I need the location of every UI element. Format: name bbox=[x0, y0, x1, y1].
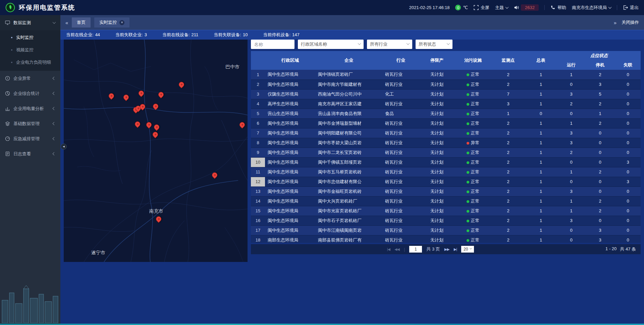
cell-industry: 化工 bbox=[382, 89, 419, 99]
map-pin[interactable] bbox=[145, 121, 153, 129]
sidebar-group-base-data[interactable]: 基础数据管理 bbox=[0, 116, 60, 131]
panel-collapse-button[interactable]: ◀ bbox=[61, 144, 67, 150]
table-row[interactable]: 9 阆中生态环境局 阆中市二龙长宝页岩砖 砖瓦行业 无计划 正常 2 bbox=[251, 148, 641, 157]
map-pin[interactable] bbox=[122, 93, 130, 101]
cell-points: 2 bbox=[491, 196, 525, 206]
sidebar-group-data-monitor[interactable]: 数据监测 bbox=[0, 15, 60, 30]
alarm-indicator[interactable]: 2632 bbox=[514, 4, 539, 11]
table-row[interactable]: 2 阆中生态环境局 阆中市南方节能建材有 砖瓦行业 无计划 正常 2 bbox=[251, 79, 641, 89]
cell-run: 0 bbox=[557, 79, 586, 89]
cell-stop: 0 bbox=[586, 128, 614, 138]
tabs-expand-icon[interactable]: » bbox=[614, 20, 616, 25]
table-row[interactable]: 18 南部生态环境局 南部县双佛页岩砖厂有 砖瓦行业 无计划 正常 2 bbox=[251, 235, 641, 243]
table-row[interactable]: 17 阆中生态环境局 阆中市江南镇阆南页岩 砖瓦行业 无计划 正常 2 bbox=[251, 225, 641, 235]
next-page-icon[interactable]: ▶▶ bbox=[444, 247, 449, 252]
tabs-collapse-icon[interactable]: « bbox=[65, 20, 68, 25]
divider bbox=[544, 5, 545, 10]
cell-region: 阆中生态环境局 bbox=[265, 225, 315, 235]
map-pin[interactable] bbox=[152, 103, 160, 110]
table-row[interactable]: 6 阆中生态环境局 阆中市金博瑞新型墙材 砖瓦行业 无计划 正常 2 bbox=[251, 118, 641, 128]
map-pin[interactable] bbox=[211, 171, 219, 179]
map-pin[interactable] bbox=[177, 81, 185, 89]
table-row[interactable]: 5 营山生态环境局 营山县润丰肉食品有限 食品 无计划 正常 1 0 bbox=[251, 109, 641, 118]
table-row[interactable]: 12 阆中生态环境局 阆中市忠信建材有限公 砖瓦行业 无计划 正常 2 bbox=[251, 177, 641, 186]
sidebar-group-enterprise-stats[interactable]: 企业综合统计 bbox=[0, 86, 60, 101]
org-dropdown[interactable]: 南充市生态环境局 bbox=[572, 5, 611, 11]
industry-filter-select[interactable]: 所有行业 bbox=[367, 40, 412, 49]
table-row[interactable]: 16 阆中生态环境局 阆中市石子页岩机砖厂 砖瓦行业 无计划 正常 2 bbox=[251, 216, 641, 225]
cell-limit: 无计划 bbox=[419, 79, 454, 89]
status-dot bbox=[467, 161, 469, 164]
help-button[interactable]: 帮助 bbox=[550, 5, 566, 11]
map-pin[interactable] bbox=[108, 92, 115, 100]
cell-points: 2 bbox=[491, 225, 525, 235]
table-row[interactable]: 10 阆中生态环境局 阆中千佛镇五郎垭页岩 砖瓦行业 无计划 正常 2 bbox=[251, 157, 641, 167]
cell-total: 1 bbox=[525, 216, 557, 225]
tab-home[interactable]: 首页 bbox=[72, 17, 91, 28]
tab-realtime-monitor[interactable]: 实时监控 ✕ bbox=[94, 17, 129, 28]
cell-region: 仪陇生态环境局 bbox=[265, 89, 315, 99]
table-row[interactable]: 14 阆中生态环境局 阆中大兴页岩机砖厂 砖瓦行业 无计划 正常 2 bbox=[251, 196, 641, 206]
tab-close-icon[interactable]: ✕ bbox=[119, 20, 124, 25]
table-row[interactable]: 1 阆中生态环境局 阆中强锐页岩砖厂 砖瓦行业 无计划 正常 2 1 bbox=[251, 70, 641, 79]
cell-run: 0 bbox=[557, 235, 586, 243]
status-filter-select[interactable]: 所有状态 bbox=[416, 40, 452, 49]
sidebar-group-log-view[interactable]: 日志查看 bbox=[0, 146, 60, 161]
cell-lost: 0 bbox=[614, 206, 641, 216]
status-text: 正常 bbox=[471, 169, 480, 174]
prev-page-icon[interactable]: ◀◀ bbox=[394, 247, 399, 252]
table-row[interactable]: 15 阆中生态环境局 阆中市光富页岩机砖厂 砖瓦行业 无计划 正常 2 bbox=[251, 206, 641, 216]
cell-lost: 0 bbox=[614, 186, 641, 196]
sidebar-group-label: 企业综合统计 bbox=[13, 91, 40, 97]
temperature-unit: ℃ bbox=[463, 5, 468, 10]
map-pin[interactable] bbox=[133, 120, 141, 128]
name-filter-input[interactable] bbox=[251, 40, 294, 49]
sidebar-item-realtime-monitor[interactable]: 实时监控 bbox=[0, 31, 60, 44]
table-row[interactable]: 4 高坪生态环境局 南充市高坪区王家店建 砖瓦行业 无计划 正常 3 bbox=[251, 99, 641, 109]
cell-region: 阆中生态环境局 bbox=[265, 196, 315, 206]
map-pin[interactable] bbox=[152, 131, 159, 139]
map-panel[interactable]: 巴中市 南充市 遂宁市 bbox=[64, 40, 248, 262]
first-page-icon[interactable]: |◀ bbox=[387, 247, 390, 252]
sidebar-item-video-monitor[interactable]: 视频监控 bbox=[0, 44, 60, 56]
map-pin[interactable] bbox=[157, 91, 165, 98]
table-row[interactable]: 11 阆中生态环境局 阆中市五马桥页岩机砖 砖瓦行业 无计划 正常 2 bbox=[251, 167, 641, 177]
cell-stop: 0 bbox=[586, 177, 614, 186]
close-operations-button[interactable]: 关闭操作 bbox=[622, 19, 639, 25]
sidebar-item-power-load-detail[interactable]: 企业电力负荷明细 bbox=[0, 56, 60, 68]
cell-company: 阆中明阳建材有限公司 bbox=[315, 128, 382, 138]
sidebar-group-enterprise-abnormal[interactable]: 企业异常 bbox=[0, 71, 60, 86]
table-row[interactable]: 7 阆中生态环境局 阆中明阳建材有限公司 砖瓦行业 无计划 正常 2 bbox=[251, 128, 641, 138]
cell-limit: 无计划 bbox=[419, 186, 454, 196]
table-row[interactable]: 8 阆中生态环境局 阆中市枣碧大梁山页岩 砖瓦行业 无计划 异常 2 bbox=[251, 138, 641, 148]
map-pin[interactable] bbox=[155, 215, 162, 223]
status-dot bbox=[467, 93, 469, 96]
col-point-status-group: 点位状态 bbox=[557, 51, 641, 60]
page-number-input[interactable] bbox=[409, 246, 422, 253]
region-filter-select[interactable]: 行政区域名称 bbox=[298, 40, 364, 49]
map-pin[interactable] bbox=[238, 121, 246, 129]
last-page-icon[interactable]: ▶| bbox=[454, 247, 457, 252]
cell-limit: 无计划 bbox=[419, 196, 454, 206]
cell-run: 1 bbox=[557, 118, 586, 128]
logout-button[interactable]: 退出 bbox=[623, 5, 639, 11]
sidebar-group-emergency-reduction[interactable]: 应急减排管理 bbox=[0, 131, 60, 146]
page-size-select[interactable]: 20 bbox=[461, 246, 474, 253]
cell-company: 阆中千佛镇五郎垭页岩 bbox=[315, 157, 382, 167]
sidebar-group-power-analysis[interactable]: 企业用电量分析 bbox=[0, 101, 60, 116]
table-row[interactable]: 13 阆中生态环境局 阆中市金福旺页岩机砖 砖瓦行业 无计划 正常 2 bbox=[251, 186, 641, 196]
fullscreen-button[interactable]: 全屏 bbox=[474, 5, 489, 11]
map-pin[interactable] bbox=[153, 123, 160, 131]
cell-index: 10 bbox=[251, 157, 265, 167]
cell-company: 阆中市光富页岩机砖厂 bbox=[315, 206, 382, 216]
cell-facility-status: 正常 bbox=[454, 186, 491, 196]
chevron-down-icon bbox=[470, 247, 472, 250]
col-industry: 行业 bbox=[382, 51, 419, 70]
table-row[interactable]: 3 仪陇生态环境局 西南油气田分公司川中 化工 无计划 正常 7 1 bbox=[251, 89, 641, 99]
theme-dropdown[interactable]: 主题 bbox=[495, 5, 508, 11]
status-text: 正常 bbox=[471, 237, 480, 242]
cell-lost: 0 bbox=[614, 109, 641, 118]
cell-index: 5 bbox=[251, 109, 265, 118]
cell-lost: 0 bbox=[614, 70, 641, 79]
map-pin[interactable] bbox=[138, 89, 145, 97]
